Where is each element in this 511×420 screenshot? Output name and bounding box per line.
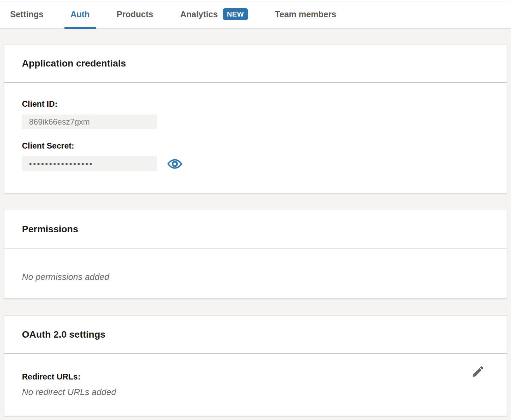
eye-icon — [167, 159, 183, 169]
tab-analytics-label: Analytics — [180, 9, 218, 19]
tab-analytics[interactable]: Analytics NEW — [180, 0, 248, 28]
tab-settings-label: Settings — [10, 9, 44, 19]
tab-team-members[interactable]: Team members — [275, 0, 337, 28]
reveal-secret-button[interactable] — [166, 157, 184, 170]
no-permissions-text: No permissions added — [22, 271, 489, 282]
oauth-settings-body: Redirect URLs: No redirect URLs added — [4, 354, 507, 397]
tab-auth-label: Auth — [71, 9, 90, 19]
tab-products[interactable]: Products — [117, 0, 153, 28]
permissions-title: Permissions — [22, 224, 78, 235]
client-secret-field[interactable]: •••••••••••••••• — [22, 156, 157, 171]
active-tab-underline — [64, 27, 96, 29]
oauth-settings-title: OAuth 2.0 settings — [22, 329, 105, 340]
application-credentials-body: Client ID: 869ik66esz7gxm Client Secret:… — [4, 83, 507, 171]
application-credentials-title: Application credentials — [22, 58, 126, 69]
no-redirect-urls-text: No redirect URLs added — [22, 387, 489, 397]
permissions-body: No permissions added — [4, 248, 507, 282]
tab-bar: Settings Auth Products Analytics NEW Tea… — [0, 0, 511, 29]
oauth-settings-card: OAuth 2.0 settings Redirect URLs: No red… — [4, 315, 507, 416]
application-credentials-header: Application credentials — [4, 45, 507, 83]
permissions-header: Permissions — [4, 210, 507, 248]
edit-redirect-urls-button[interactable] — [471, 364, 486, 380]
client-id-label: Client ID: — [22, 99, 489, 109]
tab-list: Settings Auth Products Analytics NEW Tea… — [0, 0, 511, 28]
client-secret-masked-value: •••••••••••••••• — [29, 159, 93, 169]
page-content: Application credentials Client ID: 869ik… — [0, 44, 511, 416]
tab-products-label: Products — [117, 9, 153, 19]
tab-team-members-label: Team members — [275, 9, 337, 19]
redirect-urls-label: Redirect URLs: — [22, 372, 489, 382]
client-id-field[interactable]: 869ik66esz7gxm — [22, 114, 157, 129]
client-id-value: 869ik66esz7gxm — [29, 117, 90, 127]
oauth-settings-header: OAuth 2.0 settings — [4, 316, 507, 354]
tab-auth[interactable]: Auth — [71, 0, 90, 28]
client-secret-row: •••••••••••••••• — [22, 151, 489, 171]
new-badge: NEW — [223, 8, 248, 20]
application-credentials-card: Application credentials Client ID: 869ik… — [4, 44, 507, 193]
pencil-icon — [472, 365, 485, 378]
tab-settings[interactable]: Settings — [10, 0, 44, 28]
permissions-card: Permissions No permissions added — [4, 210, 507, 298]
client-secret-label: Client Secret: — [22, 141, 489, 151]
